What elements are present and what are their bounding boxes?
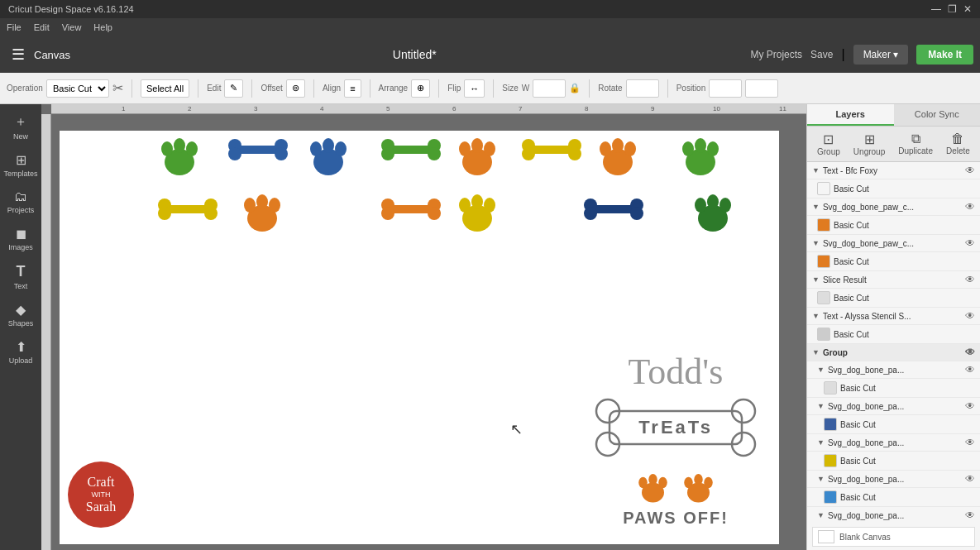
menu-help[interactable]: Help (93, 22, 112, 32)
layer-name-alyssa: Text - Alyssa Stencil S... (823, 312, 960, 321)
layer-eye-pa2[interactable]: 👁 (965, 400, 975, 412)
sidebar-item-images[interactable]: ◼ Images (2, 221, 39, 256)
layer-svg-pa-2[interactable]: ▼ Svg_dog_bone_pa... 👁 (807, 398, 980, 415)
layer-eye-slice[interactable]: 👁 (965, 274, 975, 285)
position-x-input[interactable] (709, 79, 742, 98)
ungroup-button[interactable]: ⊞ Ungroup (850, 130, 888, 158)
svg-point-43 (269, 198, 280, 213)
layer-eye-2[interactable]: 👁 (965, 237, 975, 249)
group-button[interactable]: ⊡ Group (814, 130, 844, 158)
maximize-button[interactable]: ❐ (948, 3, 957, 15)
layer-text-bfc-foxy[interactable]: ▼ Text - Bfc Foxy 👁 (807, 162, 980, 179)
layer-collapse-pa4[interactable]: ▼ (817, 475, 825, 483)
layer-svg-bone-paw-1[interactable]: ▼ Svg_dog_bone_paw_c... 👁 (807, 198, 980, 216)
layer-collapse-arrow[interactable]: ▼ (812, 166, 820, 175)
layer-svg-pa-1[interactable]: ▼ Svg_dog_bone_pa... 👁 (807, 361, 980, 379)
layer-eye-pa3[interactable]: 👁 (965, 437, 975, 448)
titlebar: Cricut Design Space v6.16.124 — ❐ ✕ (0, 0, 980, 18)
rotate-input[interactable] (626, 79, 659, 98)
layer-collapse-2[interactable]: ▼ (812, 239, 820, 247)
layer-collapse-alyssa[interactable]: ▼ (812, 312, 820, 320)
blue-paw-1 (304, 131, 353, 180)
svg-point-51 (471, 194, 483, 209)
tab-layers[interactable]: Layers (807, 104, 894, 126)
select-all-button[interactable]: Select All (141, 79, 189, 98)
layer-text-alyssa[interactable]: ▼ Text - Alyssa Stencil S... 👁 (807, 308, 980, 325)
layer-eye-pa5[interactable]: 👁 (965, 509, 975, 521)
duplicate-button[interactable]: ⧉ Duplicate (895, 130, 936, 158)
sidebar-item-shapes[interactable]: ◆ Shapes (2, 297, 39, 332)
position-y-input[interactable] (745, 79, 778, 98)
projects-icon: 🗂 (14, 189, 27, 204)
layer-collapse-group[interactable]: ▼ (812, 348, 820, 356)
sidebar-item-text[interactable]: T Text (2, 258, 39, 295)
layer-collapse-pa3[interactable]: ▼ (817, 438, 825, 447)
edit-button[interactable]: ✎ (224, 79, 243, 98)
layer-group[interactable]: ▼ Group 👁 (807, 344, 980, 361)
operation-group: Operation Basic Cut ✂ (7, 79, 132, 98)
flip-button[interactable]: ↔ (464, 79, 485, 98)
svg-point-20 (471, 138, 483, 153)
svg-point-73 (684, 477, 693, 489)
maker-selector[interactable]: Maker ▾ (853, 45, 909, 65)
svg-point-48 (428, 207, 441, 220)
svg-point-50 (459, 198, 471, 213)
layer-sub-pa3: Basic Cut (807, 452, 980, 471)
canvas-content[interactable]: Todd's TrEaTs (51, 114, 806, 550)
layer-svg-pa-3[interactable]: ▼ Svg_dog_bone_pa... 👁 (807, 434, 980, 452)
layer-eye-1[interactable]: 👁 (965, 201, 975, 213)
layer-slice-result[interactable]: ▼ Slice Result 👁 (807, 271, 980, 289)
menu-view[interactable]: View (62, 22, 82, 32)
window-controls[interactable]: — ❐ ✕ (931, 3, 972, 15)
arrange-button[interactable]: ⊕ (411, 79, 430, 98)
layer-subtype-alyssa: Basic Cut (834, 330, 975, 339)
layer-collapse-pa5[interactable]: ▼ (817, 511, 825, 519)
svg-point-71 (658, 477, 667, 489)
layer-svg-pa-5[interactable]: ▼ Svg_dog_bone_pa... 👁 (807, 507, 980, 524)
layer-svg-pa-4[interactable]: ▼ Svg_dog_bone_pa... 👁 (807, 471, 980, 488)
craft-with-sarah-logo: Craft WITH Sarah (68, 462, 134, 528)
close-button[interactable]: ✕ (963, 3, 972, 15)
layer-collapse-1[interactable]: ▼ (812, 203, 820, 211)
my-projects-button[interactable]: My Projects (750, 49, 802, 60)
blank-canvas-layer: Blank Canvas (812, 527, 975, 547)
minimize-button[interactable]: — (931, 3, 941, 15)
make-it-button[interactable]: Make It (916, 45, 973, 65)
tab-color-sync[interactable]: Color Sync (894, 104, 981, 126)
layer-collapse-slice[interactable]: ▼ (812, 275, 820, 284)
green-bone-1 (378, 137, 444, 162)
width-input[interactable] (533, 79, 566, 98)
hamburger-button[interactable]: ☰ (7, 42, 30, 67)
layer-eye-alyssa[interactable]: 👁 (965, 310, 975, 322)
layer-sub-bfc: Basic Cut (807, 179, 980, 198)
align-button[interactable]: ≡ (344, 79, 361, 98)
sidebar-item-new[interactable]: ＋ New (2, 108, 39, 146)
orange-paw-bottom-1 (634, 469, 672, 506)
menu-file[interactable]: File (7, 22, 22, 32)
operation-select[interactable]: Basic Cut (46, 79, 109, 98)
svg-point-52 (484, 198, 495, 213)
layer-visibility-eye[interactable]: 👁 (965, 165, 975, 176)
layers-list: ▼ Text - Bfc Foxy 👁 Basic Cut ▼ Svg_dog_… (807, 162, 980, 524)
sidebar-item-templates[interactable]: ⊞ Templates (2, 147, 39, 183)
layer-svg-bone-paw-2[interactable]: ▼ Svg_dog_bone_paw_c... 👁 (807, 235, 980, 252)
todds-treats-design: Todd's TrEaTs (581, 354, 771, 528)
design-elements: Todd's TrEaTs (60, 131, 779, 544)
save-button[interactable]: Save (810, 49, 833, 60)
svg-point-24 (522, 147, 535, 160)
canvas-area[interactable]: 1 2 3 4 5 6 7 8 9 10 11 (41, 104, 806, 550)
delete-button[interactable]: 🗑 Delete (943, 130, 973, 158)
offset-button[interactable]: ⊚ (286, 79, 305, 98)
menu-edit[interactable]: Edit (34, 22, 50, 32)
layer-eye-pa4[interactable]: 👁 (965, 473, 975, 485)
cursor: ↖ (510, 420, 523, 438)
layer-collapse-pa1[interactable]: ▼ (817, 366, 825, 374)
sidebar-item-projects[interactable]: 🗂 Projects (2, 184, 39, 219)
layer-collapse-pa2[interactable]: ▼ (817, 402, 825, 410)
layer-eye-group[interactable]: 👁 (965, 347, 975, 358)
sidebar-item-upload[interactable]: ⬆ Upload (2, 334, 39, 370)
layer-eye-pa1[interactable]: 👁 (965, 364, 975, 375)
svg-point-1 (161, 141, 173, 156)
ruler-mark-8: 8 (585, 105, 588, 112)
main-area: ＋ New ⊞ Templates 🗂 Projects ◼ Images T … (0, 104, 980, 550)
